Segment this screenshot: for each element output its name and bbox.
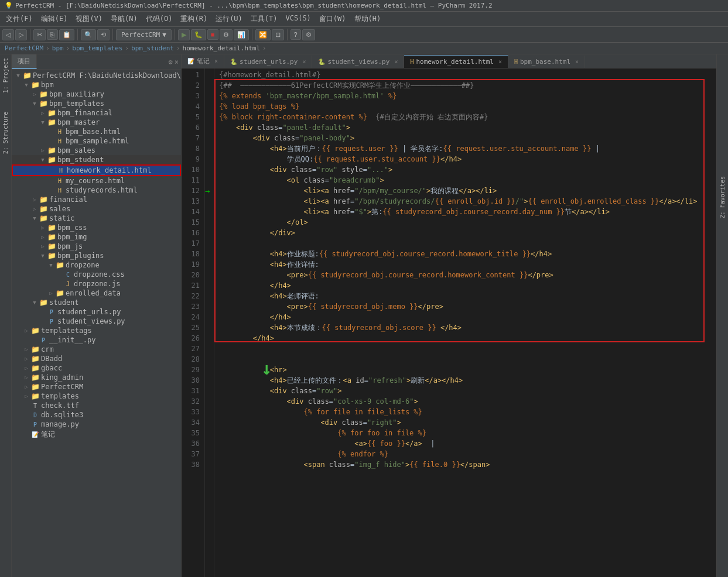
- toolbar-terminal[interactable]: ⊡: [272, 29, 284, 40]
- tab-homework-detail[interactable]: H homework_detail.html ×: [404, 55, 508, 68]
- tree-root[interactable]: ▼ 📁 PerfectCRM F:\BaiduNetdiskDownload\: [12, 71, 181, 80]
- toolbar-cut[interactable]: ✂: [33, 29, 46, 40]
- tree-bpm[interactable]: ▼ 📁 bpm: [12, 80, 181, 90]
- menu-item-导航n[interactable]: 导航(N): [107, 13, 141, 25]
- menu-item-帮助h[interactable]: 帮助(H): [351, 13, 385, 25]
- tree-perfectcrm-folder[interactable]: ▷ 📁 PerfectCRM: [12, 382, 181, 391]
- tree-studyrecords-html[interactable]: H studyrecords.html: [12, 186, 181, 195]
- tree-db-sqlite3[interactable]: D db.sqlite3: [12, 410, 181, 420]
- tab-homework-detail-close[interactable]: ×: [498, 59, 502, 65]
- toolbar-build[interactable]: ⚙: [220, 29, 233, 40]
- tree-student[interactable]: ▼ 📁 student: [12, 298, 181, 307]
- tree-my-course-html[interactable]: H my_course.html: [12, 176, 181, 186]
- tree-dbadd[interactable]: ▷ 📁 DBadd: [12, 354, 181, 363]
- tree-bpm-student[interactable]: ▼ 📁 bpm_student: [12, 155, 181, 164]
- tree-bpm-financial[interactable]: ▷ 📁 bpm_financial: [12, 108, 181, 118]
- tree-bpm-img[interactable]: ▷ 📁 bpm_img: [12, 232, 181, 242]
- tree-check-ttf[interactable]: T check.ttf: [12, 401, 181, 410]
- toolbar-run[interactable]: ▶: [178, 29, 190, 40]
- side-tab-project[interactable]: 项目: [12, 54, 37, 69]
- project-dropdown[interactable]: PerfectCRM ▼: [116, 29, 172, 40]
- tree-bpm-templates[interactable]: ▼ 📁 bpm_templates: [12, 99, 181, 108]
- breadcrumb-bpm-student[interactable]: bpm_student: [131, 44, 174, 52]
- project-tree[interactable]: ▼ 📁 PerfectCRM F:\BaiduNetdiskDownload\ …: [12, 70, 181, 577]
- menu-item-窗口w[interactable]: 窗口(W): [316, 13, 350, 25]
- tree-bpm-sales[interactable]: ▷ 📁 bpm_sales: [12, 146, 181, 155]
- tree-notes[interactable]: 📝 笔记: [12, 429, 181, 440]
- tree-student-urls-py[interactable]: P student_urls.py: [12, 307, 181, 317]
- menu-item-重构r[interactable]: 重构(R): [177, 13, 211, 25]
- code-line-32: <div class="col-xs-9 col-md-6">: [219, 396, 716, 407]
- breadcrumb-perfectcrm[interactable]: PerfectCRM: [5, 44, 43, 52]
- tree-gbacc[interactable]: ▷ 📁 gbacc: [12, 363, 181, 373]
- tree-bpm-auxiliary[interactable]: ▷ 📁 bpm_auxiliary: [12, 90, 181, 99]
- tree-templates-folder[interactable]: ▷ 📁 templates: [12, 391, 181, 401]
- favorites-tab[interactable]: 2: Favorites: [717, 171, 727, 223]
- tree-manage-py[interactable]: P manage.py: [12, 420, 181, 429]
- toolbar-debug[interactable]: 🐛: [191, 29, 206, 40]
- toolbar-replace[interactable]: ⟲: [97, 29, 110, 40]
- tree-templatetags[interactable]: ▷ 📁 templatetags: [12, 326, 181, 335]
- tab-student-views[interactable]: 🐍 student_views.py ×: [312, 56, 404, 68]
- toolbar-help[interactable]: ?: [290, 29, 301, 40]
- breadcrumb-bpm[interactable]: bpm: [52, 44, 64, 52]
- breadcrumb-bpm-templates[interactable]: bpm_templates: [72, 44, 122, 52]
- breadcrumb-file[interactable]: homework_detail.html: [183, 44, 260, 52]
- tree-bpm-base-html[interactable]: H bpm_base.html: [12, 127, 181, 136]
- menu-item-代码o[interactable]: 代码(O): [142, 13, 176, 25]
- tree-bpm-sample-html[interactable]: H bpm_sample.html: [12, 136, 181, 146]
- toolbar-back[interactable]: ◁: [2, 29, 14, 40]
- tree-king-admin[interactable]: ▷ 📁 king_admin: [12, 373, 181, 382]
- tree-bpm-css[interactable]: ▷ 📁 bpm_css: [12, 223, 181, 232]
- tree-init-py[interactable]: P __init__.py: [12, 335, 181, 345]
- code-content[interactable]: ↓ {#homework_detail.html#} {## —————————…: [214, 68, 716, 577]
- menu-bar: 文件(F)编辑(E)视图(V)导航(N)代码(O)重构(R)运行(U)工具(T)…: [0, 12, 728, 27]
- toolbar-sep6: [287, 29, 288, 40]
- tree-bpm-js[interactable]: ▷ 📁 bpm_js: [12, 242, 181, 251]
- menu-item-运行u[interactable]: 运行(U): [212, 13, 246, 25]
- tab-student-urls[interactable]: 🐍 student_urls.py ×: [224, 56, 312, 68]
- tree-bpm-plugins[interactable]: ▼ 📁 bpm_plugins: [12, 251, 181, 260]
- code-line-12: <li><a href="/bpm/my_course/">我的课程</a></…: [219, 186, 716, 196]
- tree-student-views-py[interactable]: P student_views.py: [12, 317, 181, 326]
- tree-close-btn[interactable]: ×: [175, 58, 179, 66]
- tab-bpm-base-label: bpm_base.html: [520, 58, 570, 66]
- vtab-project[interactable]: 1: Project: [1, 54, 10, 97]
- tab-bar[interactable]: 📝 笔记 × 🐍 student_urls.py × 🐍 student_vie…: [182, 54, 716, 68]
- tab-notes[interactable]: 📝 笔记 ×: [182, 54, 224, 68]
- tree-settings-btn[interactable]: ⚙: [169, 58, 173, 66]
- toolbar-forward[interactable]: ▷: [15, 29, 27, 40]
- menu-item-视图v[interactable]: 视图(V): [72, 13, 106, 25]
- tree-crm[interactable]: ▷ 📁 crm: [12, 345, 181, 354]
- tab-bpm-base-close[interactable]: ×: [575, 59, 579, 65]
- menu-item-文件f[interactable]: 文件(F): [2, 13, 36, 25]
- menu-item-工具t[interactable]: 工具(T): [247, 13, 281, 25]
- menu-item-vcss[interactable]: VCS(S): [282, 13, 315, 25]
- dropdown-arrow: ▼: [162, 31, 166, 39]
- toolbar-vcs[interactable]: 🔀: [255, 29, 271, 40]
- tab-student-urls-close[interactable]: ×: [302, 59, 306, 65]
- tree-bpm-master[interactable]: ▼ 📁 bpm_master: [12, 118, 181, 127]
- tree-dropzone-js[interactable]: J dropzone.js: [12, 279, 181, 288]
- toolbar-coverage[interactable]: 📊: [234, 29, 249, 40]
- tree-enrolled-data[interactable]: ▷ 📁 enrolled_data: [12, 288, 181, 298]
- tab-notes-close[interactable]: ×: [214, 58, 218, 64]
- toolbar-stop[interactable]: ■: [207, 29, 218, 40]
- tree-sales[interactable]: ▷ 📁 sales: [12, 204, 181, 214]
- tab-bpm-base[interactable]: H bpm_base.html ×: [508, 56, 585, 68]
- toolbar-copy[interactable]: ⎘: [47, 29, 58, 40]
- tab-student-views-label: student_views.py: [327, 58, 389, 66]
- vtab-structure[interactable]: 2: Structure: [1, 108, 10, 157]
- toolbar-search[interactable]: 🔍: [81, 29, 96, 40]
- tree-financial[interactable]: ▷ 📁 financial: [12, 195, 181, 204]
- tree-dropzone[interactable]: ▼ 📁 dropzone: [12, 260, 181, 270]
- toolbar-settings[interactable]: ⚙: [302, 29, 315, 40]
- tree-static[interactable]: ▼ 📁 static: [12, 214, 181, 223]
- code-editor[interactable]: 1 2 3 4 5 6 7 8 9 10 11 12 13 14: [182, 68, 716, 577]
- tree-dropzone-css[interactable]: C dropzone.css: [12, 270, 181, 279]
- bpm-base-icon: H: [514, 59, 518, 65]
- tab-student-views-close[interactable]: ×: [394, 59, 398, 65]
- tree-homework-detail-html[interactable]: H homework_detail.html: [12, 164, 181, 176]
- toolbar-paste[interactable]: 📋: [59, 29, 74, 40]
- menu-item-编辑e[interactable]: 编辑(E): [37, 13, 71, 25]
